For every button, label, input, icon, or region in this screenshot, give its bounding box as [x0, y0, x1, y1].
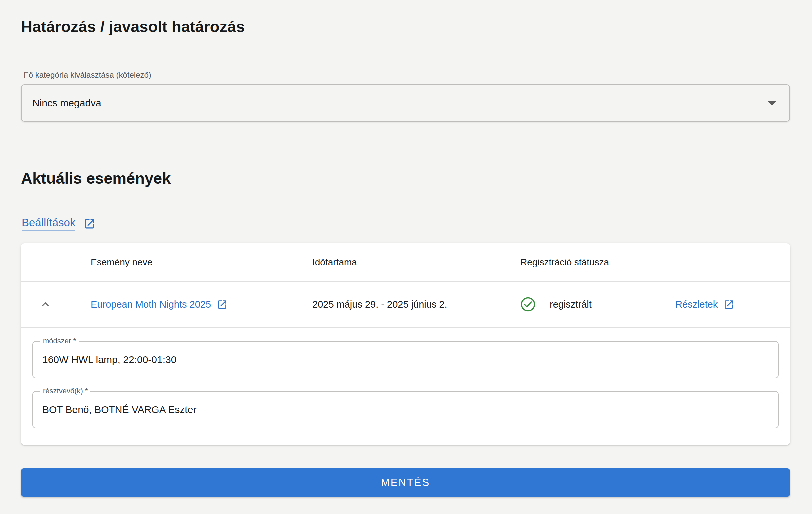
participants-field-label: résztvevő(k) * — [40, 387, 90, 395]
open-in-new-icon — [217, 299, 228, 310]
event-name-label: European Moth Nights 2025 — [91, 299, 211, 310]
event-name-cell: European Moth Nights 2025 — [69, 299, 312, 310]
details-cell: Részletek — [675, 299, 790, 310]
check-circle-icon — [520, 297, 536, 312]
table-row: European Moth Nights 2025 2025 május 29.… — [21, 282, 790, 328]
events-card: Esemény neve Időtartama Regisztráció stá… — [21, 243, 790, 445]
registration-status-cell: regisztrált — [520, 297, 675, 312]
page-title: Határozás / javasolt határozás — [21, 18, 790, 35]
event-duration: 2025 május 29. - 2025 június 2. — [312, 299, 520, 310]
settings-link[interactable]: Beállítások — [22, 216, 96, 231]
save-button[interactable]: MENTÉS — [21, 468, 790, 497]
event-name-link[interactable]: European Moth Nights 2025 — [91, 299, 228, 310]
expanded-row-details: módszer * résztvevő(k) * — [21, 328, 790, 445]
settings-row: Beállítások — [22, 217, 790, 231]
open-in-new-icon — [723, 299, 734, 310]
category-select-label: Fő kategória kiválasztása (kötelező) — [24, 70, 790, 80]
table-header-row: Esemény neve Időtartama Regisztráció stá… — [21, 243, 790, 282]
method-input[interactable] — [33, 342, 778, 378]
details-link-label: Részletek — [675, 299, 718, 310]
method-field: módszer * — [32, 341, 779, 378]
participants-input[interactable] — [33, 392, 778, 428]
collapse-row-button[interactable] — [21, 282, 69, 327]
participants-field: résztvevő(k) * — [32, 391, 779, 428]
chevron-up-icon — [38, 297, 52, 311]
open-in-new-icon — [83, 218, 96, 230]
column-header-event-name: Esemény neve — [69, 257, 312, 268]
settings-link-label: Beállítások — [22, 216, 75, 231]
column-header-registration-status: Regisztráció státusza — [520, 257, 675, 268]
page: Határozás / javasolt határozás Fő kategó… — [0, 18, 812, 514]
category-select-value: Nincs megadva — [32, 97, 102, 109]
category-select[interactable]: Nincs megadva — [21, 84, 790, 122]
column-header-duration: Időtartama — [312, 257, 520, 268]
method-field-label: módszer * — [40, 337, 79, 345]
details-link[interactable]: Részletek — [675, 299, 734, 310]
caret-down-icon — [767, 101, 777, 106]
registration-status: regisztrált — [550, 299, 592, 310]
events-heading: Aktuális események — [21, 170, 790, 187]
